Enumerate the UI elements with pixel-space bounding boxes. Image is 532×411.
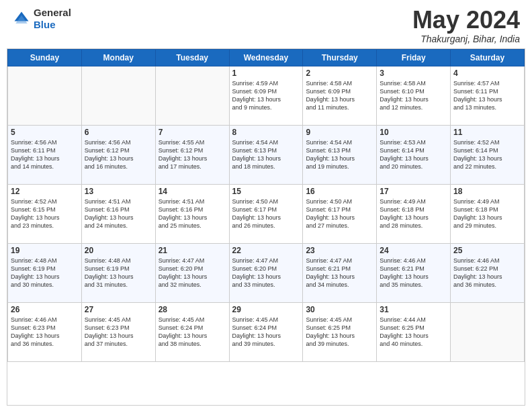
day-number: 8 — [232, 128, 300, 137]
cal-cell-5: 5Sunrise: 4:56 AMSunset: 6:11 PMDaylight… — [8, 125, 82, 184]
cell-info: Sunrise: 4:49 AMSunset: 6:18 PMDaylight:… — [453, 197, 521, 230]
day-number: 24 — [380, 246, 447, 255]
day-number: 18 — [453, 187, 521, 196]
month-title: May 2024 — [412, 7, 520, 34]
week-row-4: 19Sunrise: 4:48 AMSunset: 6:19 PMDayligh… — [8, 243, 525, 302]
calendar-table: SundayMondayTuesdayWednesdayThursdayFrid… — [7, 49, 525, 362]
cal-cell-31: 31Sunrise: 4:44 AMSunset: 6:25 PMDayligh… — [377, 302, 451, 361]
week-row-3: 12Sunrise: 4:52 AMSunset: 6:15 PMDayligh… — [8, 184, 525, 243]
day-number: 13 — [85, 187, 152, 196]
cell-info: Sunrise: 4:58 AMSunset: 6:09 PMDaylight:… — [306, 79, 373, 112]
logo-general: General — [34, 7, 71, 18]
cell-info: Sunrise: 4:50 AMSunset: 6:17 PMDaylight:… — [232, 197, 300, 230]
header: General Blue May 2024 Thakurganj, Bihar,… — [0, 0, 532, 48]
cal-cell-15: 15Sunrise: 4:50 AMSunset: 6:17 PMDayligh… — [229, 184, 303, 243]
cell-info: Sunrise: 4:54 AMSunset: 6:13 PMDaylight:… — [306, 138, 373, 171]
page: General Blue May 2024 Thakurganj, Bihar,… — [0, 0, 532, 411]
cell-info: Sunrise: 4:59 AMSunset: 6:09 PMDaylight:… — [232, 79, 300, 112]
cell-info: Sunrise: 4:48 AMSunset: 6:19 PMDaylight:… — [85, 257, 152, 289]
cell-info: Sunrise: 4:46 AMSunset: 6:23 PMDaylight:… — [11, 316, 79, 349]
day-header-friday: Friday — [377, 49, 451, 66]
cell-info: Sunrise: 4:45 AMSunset: 6:23 PMDaylight:… — [85, 316, 152, 349]
cal-cell-14: 14Sunrise: 4:51 AMSunset: 6:16 PMDayligh… — [155, 184, 229, 243]
cal-cell-29: 29Sunrise: 4:45 AMSunset: 6:24 PMDayligh… — [229, 302, 303, 361]
cal-cell-12: 12Sunrise: 4:52 AMSunset: 6:15 PMDayligh… — [8, 184, 82, 243]
days-header-row: SundayMondayTuesdayWednesdayThursdayFrid… — [8, 49, 525, 66]
cell-info: Sunrise: 4:45 AMSunset: 6:24 PMDaylight:… — [159, 316, 226, 349]
cal-cell-25: 25Sunrise: 4:46 AMSunset: 6:22 PMDayligh… — [451, 243, 525, 302]
cal-cell-26: 26Sunrise: 4:46 AMSunset: 6:23 PMDayligh… — [8, 302, 82, 361]
day-header-wednesday: Wednesday — [229, 49, 303, 66]
calendar: SundayMondayTuesdayWednesdayThursdayFrid… — [7, 48, 525, 406]
cal-cell-empty-4-6 — [451, 302, 525, 361]
cal-cell-18: 18Sunrise: 4:49 AMSunset: 6:18 PMDayligh… — [451, 184, 525, 243]
cal-cell-23: 23Sunrise: 4:47 AMSunset: 6:21 PMDayligh… — [303, 243, 377, 302]
cell-info: Sunrise: 4:46 AMSunset: 6:21 PMDaylight:… — [380, 257, 447, 289]
day-number: 29 — [232, 305, 300, 314]
day-header-tuesday: Tuesday — [155, 49, 229, 66]
cal-cell-21: 21Sunrise: 4:47 AMSunset: 6:20 PMDayligh… — [155, 243, 229, 302]
cal-cell-30: 30Sunrise: 4:45 AMSunset: 6:25 PMDayligh… — [303, 302, 377, 361]
cal-cell-empty-0-1 — [81, 66, 155, 125]
cell-info: Sunrise: 4:48 AMSunset: 6:19 PMDaylight:… — [11, 257, 79, 289]
cal-cell-7: 7Sunrise: 4:55 AMSunset: 6:12 PMDaylight… — [155, 125, 229, 184]
cell-info: Sunrise: 4:50 AMSunset: 6:17 PMDaylight:… — [306, 197, 373, 230]
day-number: 16 — [306, 187, 373, 196]
cell-info: Sunrise: 4:45 AMSunset: 6:25 PMDaylight:… — [306, 316, 373, 349]
week-row-2: 5Sunrise: 4:56 AMSunset: 6:11 PMDaylight… — [8, 125, 525, 184]
day-number: 3 — [380, 68, 447, 78]
cell-info: Sunrise: 4:58 AMSunset: 6:10 PMDaylight:… — [380, 79, 447, 112]
day-number: 14 — [159, 187, 226, 196]
logo-icon — [12, 9, 31, 28]
day-number: 2 — [306, 68, 373, 78]
cell-info: Sunrise: 4:47 AMSunset: 6:20 PMDaylight:… — [232, 257, 300, 289]
cell-info: Sunrise: 4:49 AMSunset: 6:18 PMDaylight:… — [380, 197, 447, 230]
day-number: 31 — [380, 305, 447, 314]
cell-info: Sunrise: 4:52 AMSunset: 6:14 PMDaylight:… — [453, 138, 521, 171]
cal-cell-27: 27Sunrise: 4:45 AMSunset: 6:23 PMDayligh… — [81, 302, 155, 361]
day-number: 27 — [85, 305, 152, 314]
day-number: 6 — [85, 128, 152, 137]
day-number: 21 — [159, 246, 226, 255]
day-header-saturday: Saturday — [451, 49, 525, 66]
day-number: 9 — [306, 128, 373, 137]
cal-cell-16: 16Sunrise: 4:50 AMSunset: 6:17 PMDayligh… — [303, 184, 377, 243]
cal-cell-3: 3Sunrise: 4:58 AMSunset: 6:10 PMDaylight… — [377, 66, 451, 125]
day-number: 28 — [159, 305, 226, 314]
logo: General Blue — [12, 7, 71, 31]
location: Thakurganj, Bihar, India — [412, 34, 520, 44]
cell-info: Sunrise: 4:45 AMSunset: 6:24 PMDaylight:… — [232, 316, 300, 349]
cell-info: Sunrise: 4:47 AMSunset: 6:20 PMDaylight:… — [159, 257, 226, 289]
cal-cell-empty-0-2 — [155, 66, 229, 125]
cal-cell-28: 28Sunrise: 4:45 AMSunset: 6:24 PMDayligh… — [155, 302, 229, 361]
cell-info: Sunrise: 4:55 AMSunset: 6:12 PMDaylight:… — [159, 138, 226, 171]
day-header-sunday: Sunday — [8, 49, 82, 66]
logo-text: General Blue — [34, 7, 71, 31]
day-number: 1 — [232, 68, 300, 78]
cal-cell-6: 6Sunrise: 4:56 AMSunset: 6:12 PMDaylight… — [81, 125, 155, 184]
cell-info: Sunrise: 4:44 AMSunset: 6:25 PMDaylight:… — [380, 316, 447, 349]
day-number: 30 — [306, 305, 373, 314]
cell-info: Sunrise: 4:56 AMSunset: 6:11 PMDaylight:… — [11, 138, 79, 171]
cell-info: Sunrise: 4:52 AMSunset: 6:15 PMDaylight:… — [11, 197, 79, 230]
day-number: 12 — [11, 187, 79, 196]
day-number: 23 — [306, 246, 373, 255]
cal-cell-19: 19Sunrise: 4:48 AMSunset: 6:19 PMDayligh… — [8, 243, 82, 302]
day-number: 15 — [232, 187, 300, 196]
cal-cell-10: 10Sunrise: 4:53 AMSunset: 6:14 PMDayligh… — [377, 125, 451, 184]
cal-cell-1: 1Sunrise: 4:59 AMSunset: 6:09 PMDaylight… — [229, 66, 303, 125]
cell-info: Sunrise: 4:54 AMSunset: 6:13 PMDaylight:… — [232, 138, 300, 171]
day-number: 22 — [232, 246, 300, 255]
cell-info: Sunrise: 4:57 AMSunset: 6:11 PMDaylight:… — [453, 79, 521, 112]
cal-cell-17: 17Sunrise: 4:49 AMSunset: 6:18 PMDayligh… — [377, 184, 451, 243]
day-number: 10 — [380, 128, 447, 137]
cal-cell-empty-0-0 — [8, 66, 82, 125]
week-row-1: 1Sunrise: 4:59 AMSunset: 6:09 PMDaylight… — [8, 66, 525, 125]
cal-cell-4: 4Sunrise: 4:57 AMSunset: 6:11 PMDaylight… — [451, 66, 525, 125]
day-number: 7 — [159, 128, 226, 137]
cell-info: Sunrise: 4:47 AMSunset: 6:21 PMDaylight:… — [306, 257, 373, 289]
cell-info: Sunrise: 4:51 AMSunset: 6:16 PMDaylight:… — [159, 197, 226, 230]
cal-cell-20: 20Sunrise: 4:48 AMSunset: 6:19 PMDayligh… — [81, 243, 155, 302]
cal-cell-13: 13Sunrise: 4:51 AMSunset: 6:16 PMDayligh… — [81, 184, 155, 243]
cal-cell-22: 22Sunrise: 4:47 AMSunset: 6:20 PMDayligh… — [229, 243, 303, 302]
